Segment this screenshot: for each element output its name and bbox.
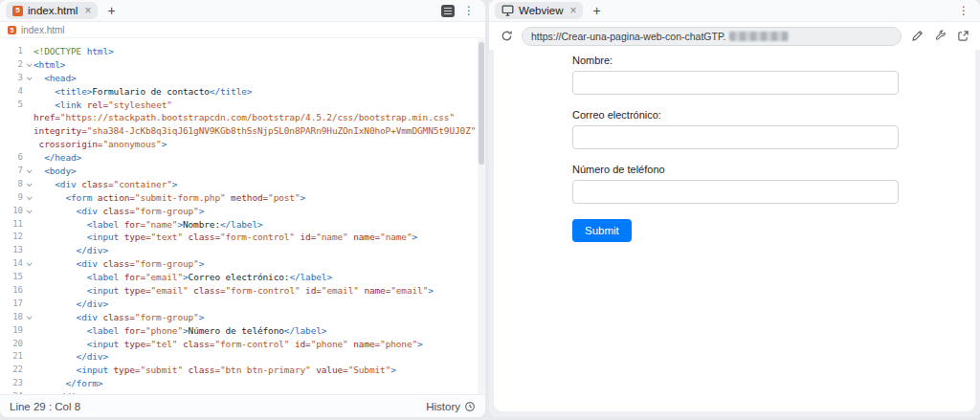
open-external-icon[interactable] (955, 29, 970, 44)
fold-chevron-icon[interactable] (23, 169, 33, 173)
fold-chevron-icon[interactable] (23, 63, 33, 67)
code-text: </div> (33, 350, 108, 364)
code-line: 16 <input type="email" class="form-contr… (0, 284, 485, 298)
code-line: 4 <title>Formulario de contacto</title> (0, 85, 485, 99)
webview-tabbar: Webview × + ⋮ (489, 0, 980, 22)
fold-chevron-icon[interactable] (23, 183, 33, 187)
line-number: 10 (0, 205, 23, 218)
line-number: 14 (0, 257, 23, 271)
code-text: <div class="form-group"> (33, 205, 204, 218)
code-line: 2<html> (0, 58, 485, 72)
form-group: Nombre: (572, 54, 975, 95)
code-line: 22 <input type="submit" class="btn btn-p… (0, 364, 485, 377)
code-text: <head> (33, 72, 77, 85)
form-label: Número de teléfono (572, 163, 975, 176)
html5-icon: 5 (12, 6, 23, 16)
code-line: 23 </form> (0, 377, 485, 390)
history-button[interactable]: History (426, 401, 476, 412)
code-text: <input type="submit" class="btn btn-prim… (33, 364, 396, 377)
code-line: 17 </div> (0, 298, 485, 311)
line-number: 5 (0, 99, 23, 112)
history-label: History (426, 401, 460, 412)
code-text: </head> (33, 151, 81, 165)
code-text: <title>Formulario de contacto</title> (33, 85, 252, 99)
code-text: <label for="name">Nombre:</label> (33, 218, 263, 232)
new-tab-button[interactable]: + (589, 4, 604, 17)
fold-chevron-icon[interactable] (23, 210, 33, 213)
layout-toggle-icon[interactable] (441, 5, 455, 17)
new-tab-button[interactable]: + (103, 4, 119, 17)
fold-chevron-icon[interactable] (23, 196, 33, 200)
line-number: 17 (0, 298, 23, 311)
editor-menu-icon[interactable]: ⋮ (460, 4, 478, 17)
html5-icon: 5 (8, 26, 16, 34)
code-line: 20 <input type="tel" class="form-control… (0, 338, 485, 351)
webview-menu-icon[interactable]: ⋮ (955, 4, 972, 17)
webview-urlbar: https://Crear-una-pagina-web-con-chatGTP… (489, 22, 980, 50)
line-number: 3 (0, 72, 23, 85)
url-redacted-segment (729, 32, 789, 41)
scrollbar-thumb[interactable] (479, 42, 484, 165)
tab-webview[interactable]: Webview × (495, 2, 583, 19)
line-number: 21 (0, 350, 23, 364)
line-number: 13 (0, 244, 23, 257)
code-line: 13 </div> (0, 244, 485, 257)
fold-chevron-icon[interactable] (23, 77, 33, 80)
code-text: </div> (33, 244, 108, 257)
code-line: 21 </div> (0, 350, 485, 364)
code-line: 9 <form action="submit-form.php" method=… (0, 191, 485, 205)
code-lines[interactable]: 1<!DOCTYPE html>2<html>3 <head>4 <title>… (0, 39, 485, 394)
code-line: 11 <label for="name">Nombre:</label> (0, 218, 485, 232)
editor-scrollbar[interactable] (478, 39, 485, 394)
tab-label: index.html (28, 5, 78, 16)
code-text: <input type="tel" class="form-control" i… (33, 338, 423, 351)
code-line: crossorigin="anonymous"> (0, 138, 485, 151)
form-input[interactable] (572, 180, 899, 204)
code-text: <label for="email">Correo electrónico:</… (33, 271, 332, 284)
form-input[interactable] (572, 71, 899, 95)
line-number: 2 (0, 58, 23, 72)
code-text: <!DOCTYPE html> (33, 45, 114, 58)
line-number: 11 (0, 218, 23, 232)
code-line: 5 <link rel="stylesheet" (0, 99, 485, 112)
form-group: Número de teléfono (572, 163, 975, 204)
close-tab-icon[interactable]: × (569, 5, 576, 16)
tab-index-html[interactable]: 5 index.html × (6, 2, 98, 19)
reload-icon[interactable] (499, 29, 514, 44)
close-tab-icon[interactable]: × (84, 5, 91, 16)
line-number: 19 (0, 324, 23, 338)
code-line: 19 <label for="phone">Número de teléfono… (0, 324, 485, 338)
code-text: <input type="text" class="form-control" … (33, 231, 417, 244)
webview-content-area: Nombre:Correo electrónico:Número de telé… (489, 50, 980, 417)
code-text: <div class="form-group"> (33, 257, 204, 271)
line-number: 1 (0, 45, 23, 58)
code-text: </form> (33, 377, 102, 390)
code-text: integrity="sha384-JcKb8q3iqJ61gNV9KGb8th… (33, 124, 476, 138)
submit-button[interactable]: Submit (572, 219, 632, 242)
webview-form: Nombre:Correo electrónico:Número de telé… (572, 54, 975, 242)
line-number: 20 (0, 338, 23, 351)
edit-pencil-icon[interactable] (909, 29, 924, 44)
rendered-page: Nombre:Correo electrónico:Número de telé… (494, 50, 975, 411)
fold-chevron-icon[interactable] (23, 316, 33, 320)
code-line: 14 <div class="form-group"> (0, 257, 485, 271)
tab-label: Webview (519, 5, 563, 16)
line-number: 7 (0, 165, 23, 178)
code-text: <label for="phone">Número de teléfono</l… (33, 324, 326, 338)
cursor-position: Line 29 : Col 8 (10, 401, 80, 412)
devtools-wrench-icon[interactable] (932, 29, 947, 44)
url-input[interactable]: https://Crear-una-pagina-web-con-chatGTP… (522, 27, 902, 46)
editor-statusbar: Line 29 : Col 8 History (0, 394, 485, 417)
code-line: 12 <input type="text" class="form-contro… (0, 231, 485, 244)
breadcrumb-filename: index.html (21, 25, 65, 35)
code-line: 7 <body> (0, 165, 485, 178)
form-label: Correo electrónico: (572, 108, 975, 122)
fold-chevron-icon[interactable] (23, 262, 33, 266)
code-line: 6 </head> (0, 151, 485, 165)
code-line: 3 <head> (0, 72, 485, 85)
code-text: <input type="email" class="form-control"… (33, 284, 434, 298)
code-line: 10 <div class="form-group"> (0, 205, 485, 218)
code-text: href="https://stackpath.bootstrapcdn.com… (33, 111, 455, 124)
line-number: 23 (0, 377, 23, 390)
form-input[interactable] (572, 125, 899, 149)
